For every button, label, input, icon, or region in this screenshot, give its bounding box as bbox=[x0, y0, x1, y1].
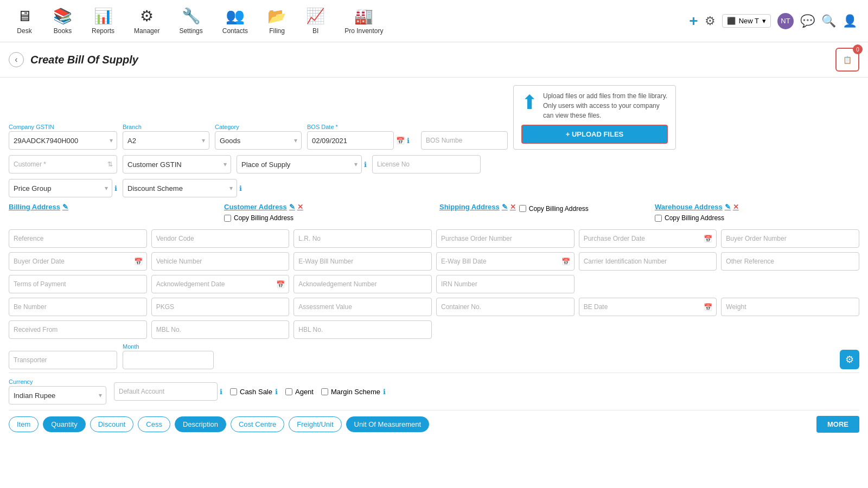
agent-checkbox[interactable] bbox=[285, 388, 292, 395]
vehicle-number-input[interactable] bbox=[151, 252, 290, 271]
settings-gear-button[interactable]: ⚙ bbox=[705, 14, 716, 28]
mbl-no-input[interactable] bbox=[151, 320, 290, 339]
back-button[interactable]: ‹ bbox=[9, 52, 24, 67]
buyer-order-number-input[interactable] bbox=[721, 229, 859, 248]
copy-billing-checkbox[interactable] bbox=[224, 215, 231, 222]
nav-filing[interactable]: 📂 Filing bbox=[258, 3, 296, 39]
tab-discount[interactable]: Discount bbox=[90, 416, 134, 432]
bos-date-input[interactable] bbox=[307, 131, 394, 150]
search-button[interactable]: 🔍 bbox=[821, 14, 836, 28]
more-button[interactable]: MORE bbox=[816, 416, 859, 433]
nav-books[interactable]: 📚 Books bbox=[43, 3, 82, 39]
place-of-supply-select[interactable]: Place of Supply bbox=[237, 155, 362, 174]
bos-number-input[interactable] bbox=[421, 131, 508, 150]
calendar-icon[interactable]: 📅 bbox=[561, 258, 570, 266]
tab-cost-centre[interactable]: Cost Centre bbox=[231, 416, 284, 432]
edit-icon[interactable]: ✎ bbox=[62, 203, 68, 211]
info-icon[interactable]: ℹ bbox=[407, 137, 410, 145]
warehouse-address-title[interactable]: Warehouse Address ✎ ✕ bbox=[655, 203, 859, 211]
info-icon[interactable]: ℹ bbox=[364, 160, 367, 169]
profile-button[interactable]: 👤 bbox=[843, 14, 857, 28]
info-icon[interactable]: ℹ bbox=[220, 388, 222, 396]
eway-bill-number-input[interactable] bbox=[293, 252, 432, 271]
be-number-input[interactable] bbox=[9, 298, 147, 316]
close-icon[interactable]: ✕ bbox=[297, 203, 303, 211]
calendar-icon[interactable]: 📅 bbox=[704, 235, 712, 243]
month-input[interactable] bbox=[123, 351, 214, 369]
close-icon[interactable]: ✕ bbox=[733, 203, 739, 211]
copy-billing-checkbox-warehouse[interactable] bbox=[655, 215, 662, 222]
customer-input[interactable] bbox=[9, 155, 117, 174]
copy-billing-check[interactable]: Copy Billing Address bbox=[224, 214, 429, 222]
edit-icon[interactable]: ✎ bbox=[725, 203, 731, 211]
tab-description[interactable]: Description bbox=[175, 416, 226, 432]
calendar-icon[interactable]: 📅 bbox=[134, 258, 143, 266]
notification-button[interactable]: 📋 0 bbox=[835, 48, 859, 72]
discount-scheme-select[interactable]: Discount Scheme bbox=[123, 179, 237, 197]
user-pill[interactable]: ⬛ New T ▾ bbox=[722, 14, 771, 28]
be-date-input[interactable] bbox=[579, 298, 717, 316]
tab-item[interactable]: Item bbox=[9, 416, 39, 432]
upload-files-button[interactable]: + UPLOAD FILES bbox=[521, 125, 668, 144]
edit-icon[interactable]: ✎ bbox=[502, 203, 508, 211]
margin-scheme-checkbox[interactable] bbox=[321, 388, 328, 395]
calendar-icon[interactable]: 📅 bbox=[276, 280, 285, 288]
avatar[interactable]: NT bbox=[777, 13, 794, 29]
hbl-no-input[interactable] bbox=[293, 320, 432, 339]
company-gstin-select[interactable]: 29AADCK7940H000 bbox=[9, 131, 117, 150]
acknowledgement-number-input[interactable] bbox=[293, 275, 432, 293]
nav-bi[interactable]: 📈 BI bbox=[296, 3, 335, 39]
price-group-select[interactable]: Price Group bbox=[9, 179, 112, 197]
category-select[interactable]: Goods bbox=[215, 131, 302, 150]
weight-input[interactable] bbox=[721, 298, 859, 316]
info-icon[interactable]: ℹ bbox=[275, 388, 278, 396]
container-no-input[interactable] bbox=[436, 298, 575, 316]
acknowledgement-date-input[interactable] bbox=[151, 275, 290, 293]
terms-of-payment-input[interactable] bbox=[9, 275, 147, 293]
cash-sale-checkbox[interactable] bbox=[230, 388, 237, 395]
nav-desk[interactable]: 🖥 Desk bbox=[5, 3, 43, 39]
purchase-order-number-input[interactable] bbox=[436, 229, 575, 248]
nav-settings[interactable]: 🔧 Settings bbox=[169, 3, 212, 39]
reference-input[interactable] bbox=[9, 229, 147, 248]
vendor-code-input[interactable] bbox=[151, 229, 290, 248]
calendar-icon[interactable]: 📅 bbox=[704, 303, 712, 311]
copy-billing-check-shipping[interactable]: Copy Billing Address bbox=[519, 205, 589, 213]
license-no-input[interactable] bbox=[372, 155, 481, 174]
info-icon[interactable]: ℹ bbox=[114, 184, 117, 192]
info-icon[interactable]: ℹ bbox=[383, 388, 386, 396]
branch-select[interactable]: A2 bbox=[123, 131, 209, 150]
add-button[interactable]: + bbox=[689, 12, 698, 30]
tab-freight-unit[interactable]: Freight/Unit bbox=[289, 416, 341, 432]
margin-scheme-label[interactable]: Margin Scheme ℹ bbox=[321, 388, 386, 396]
default-account-input[interactable] bbox=[114, 382, 218, 401]
chat-button[interactable]: 💬 bbox=[800, 14, 815, 28]
assessment-value-input[interactable] bbox=[293, 298, 432, 316]
tab-cess[interactable]: Cess bbox=[138, 416, 170, 432]
cash-sale-label[interactable]: Cash Sale ℹ bbox=[230, 388, 278, 396]
agent-label[interactable]: Agent bbox=[285, 388, 314, 396]
edit-icon[interactable]: ✎ bbox=[289, 203, 295, 211]
calendar-icon[interactable]: 📅 bbox=[396, 137, 405, 145]
nav-pro-inventory[interactable]: 🏭 Pro Inventory bbox=[335, 3, 393, 39]
irn-number-input[interactable] bbox=[436, 275, 575, 293]
carrier-identification-input[interactable] bbox=[579, 252, 717, 271]
currency-select[interactable]: Indian Rupee bbox=[9, 386, 106, 404]
received-from-input[interactable] bbox=[9, 320, 147, 339]
lr-no-input[interactable] bbox=[293, 229, 432, 248]
customer-gstin-select[interactable]: Customer GSTIN bbox=[123, 155, 231, 174]
buyer-order-date-input[interactable] bbox=[9, 252, 147, 271]
copy-billing-checkbox-shipping[interactable] bbox=[519, 205, 526, 212]
customer-address-title[interactable]: Customer Address ✎ ✕ bbox=[224, 203, 429, 211]
purchase-order-date-input[interactable] bbox=[579, 229, 717, 248]
info-icon[interactable]: ℹ bbox=[239, 184, 242, 192]
transporter-input[interactable] bbox=[9, 351, 117, 369]
shipping-address-title[interactable]: Shipping Address ✎ ✕ bbox=[439, 203, 516, 211]
gear-settings-button[interactable]: ⚙ bbox=[840, 350, 859, 369]
tab-unit-of-measurement[interactable]: Unit Of Measurement bbox=[346, 416, 430, 432]
nav-contacts[interactable]: 👥 Contacts bbox=[213, 3, 258, 39]
nav-manager[interactable]: ⚙ Manager bbox=[124, 3, 169, 39]
copy-billing-check-warehouse[interactable]: Copy Billing Address bbox=[655, 214, 859, 222]
tab-quantity[interactable]: Quantity bbox=[43, 416, 85, 432]
pkgs-input[interactable] bbox=[151, 298, 290, 316]
